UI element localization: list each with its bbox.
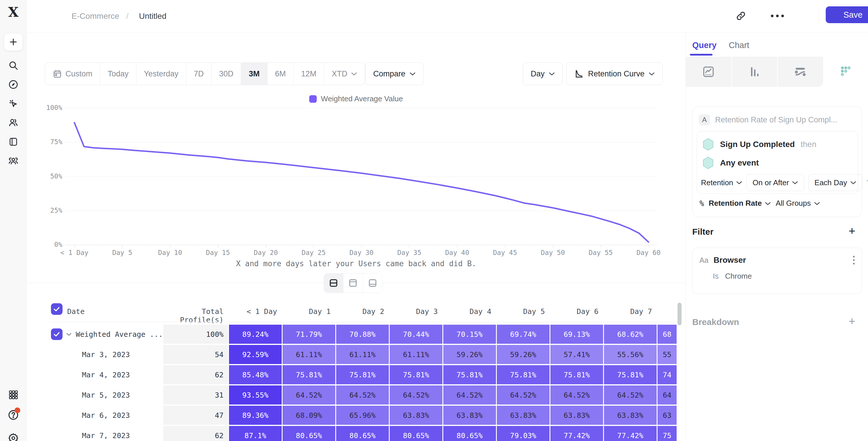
range-custom[interactable]: Custom bbox=[45, 63, 100, 85]
filter-value[interactable]: Chrome bbox=[725, 272, 752, 281]
cursor-click-icon[interactable] bbox=[0, 95, 27, 112]
retention-cell[interactable]: 75.81% bbox=[336, 365, 389, 384]
tile-retention-selected[interactable] bbox=[823, 57, 868, 87]
event2-label[interactable]: Any event bbox=[720, 158, 759, 167]
tab-query[interactable]: Query bbox=[692, 40, 717, 50]
range-3m[interactable]: 3M bbox=[241, 63, 268, 85]
date-cell[interactable]: Mar 3, 2023 bbox=[49, 345, 162, 364]
retention-cell[interactable]: 63.83% bbox=[390, 406, 442, 425]
retention-cell[interactable]: 64.52% bbox=[443, 385, 496, 405]
filter-operator[interactable]: Is bbox=[713, 272, 719, 281]
retention-cell[interactable]: 68 bbox=[657, 325, 677, 344]
retention-cell[interactable]: 64.52% bbox=[283, 385, 335, 405]
retention-cell[interactable]: 85.48% bbox=[229, 365, 282, 384]
date-cell[interactable]: Mar 4, 2023 bbox=[49, 365, 162, 384]
retention-cell[interactable]: 69.13% bbox=[550, 325, 603, 344]
retention-cell[interactable]: 80.65% bbox=[283, 426, 335, 441]
retention-cell[interactable]: 77.42% bbox=[604, 426, 657, 441]
total-profiles-cell[interactable]: 100% bbox=[163, 325, 228, 344]
notebook-icon[interactable] bbox=[0, 134, 27, 150]
retention-cell[interactable]: 75.81% bbox=[443, 365, 496, 384]
expand-chevron-icon[interactable] bbox=[66, 333, 72, 336]
retention-cell[interactable]: 75.81% bbox=[497, 365, 550, 384]
retention-cell[interactable]: 70.88% bbox=[336, 325, 389, 344]
event1-label[interactable]: Sign Up Completed bbox=[720, 140, 795, 149]
retention-cell[interactable]: 64 bbox=[657, 385, 677, 405]
tile-bar-chart[interactable] bbox=[732, 57, 778, 87]
compare-dropdown[interactable]: Compare bbox=[365, 63, 424, 85]
filter-card[interactable]: Aa Browser Is Chrome bbox=[692, 248, 862, 294]
range-30d[interactable]: 30D bbox=[212, 63, 242, 85]
filter-kebab-menu-icon[interactable] bbox=[853, 256, 855, 264]
vertical-scrollbar-thumb[interactable] bbox=[678, 303, 682, 325]
range-7d[interactable]: 7D bbox=[186, 63, 212, 85]
tab-chart[interactable]: Chart bbox=[729, 40, 749, 50]
cohort-group-icon[interactable] bbox=[0, 153, 27, 169]
add-breakdown-button[interactable]: + bbox=[848, 315, 855, 327]
users-icon[interactable] bbox=[0, 115, 27, 131]
total-profiles-cell[interactable]: 47 bbox=[163, 406, 228, 425]
date-cell[interactable]: Mar 7, 2023 bbox=[49, 426, 162, 441]
retention-cell[interactable]: 68.09% bbox=[283, 406, 335, 425]
retention-cell[interactable]: 63.83% bbox=[443, 406, 496, 425]
retention-cell[interactable]: 79.03% bbox=[497, 426, 550, 441]
retention-mode-dropdown[interactable]: Retention bbox=[701, 178, 742, 187]
retention-cell[interactable]: 77.42% bbox=[550, 426, 603, 441]
retention-cell[interactable]: 61.11% bbox=[390, 345, 442, 364]
layout-chart-only-button[interactable] bbox=[343, 274, 363, 292]
retention-cell[interactable]: 80.65% bbox=[390, 426, 442, 441]
add-filter-button[interactable]: + bbox=[848, 225, 855, 237]
search-icon[interactable] bbox=[0, 57, 27, 73]
retention-cell[interactable]: 87.1% bbox=[229, 426, 282, 441]
select-all-checkbox[interactable] bbox=[51, 303, 63, 315]
range-xtd[interactable]: XTD bbox=[324, 63, 365, 85]
filter-property-label[interactable]: Browser bbox=[714, 255, 746, 265]
retention-cell[interactable]: 61.11% bbox=[283, 345, 335, 364]
total-profiles-cell[interactable]: 54 bbox=[163, 345, 228, 364]
retention-cell[interactable]: 75 bbox=[657, 426, 677, 441]
tile-flow-chart[interactable] bbox=[778, 57, 823, 87]
new-report-button[interactable] bbox=[4, 33, 23, 51]
retention-cell[interactable]: 89.36% bbox=[229, 406, 282, 425]
retention-cell[interactable]: 70.15% bbox=[443, 325, 496, 344]
date-cell[interactable]: Mar 6, 2023 bbox=[49, 406, 162, 425]
retention-cell[interactable]: 93.55% bbox=[229, 385, 282, 405]
each-day-dropdown[interactable]: Each Day bbox=[808, 174, 863, 191]
range-12m[interactable]: 12M bbox=[293, 63, 324, 85]
retention-cell[interactable]: 57.41% bbox=[550, 345, 603, 364]
retention-cell[interactable]: 64.52% bbox=[390, 385, 442, 405]
retention-cell[interactable]: 71.79% bbox=[283, 325, 335, 344]
retention-cell[interactable]: 64.52% bbox=[336, 385, 389, 405]
tile-line-chart[interactable] bbox=[686, 57, 732, 87]
retention-cell[interactable]: 75.81% bbox=[604, 365, 657, 384]
layout-table-only-button[interactable] bbox=[363, 274, 382, 292]
retention-cell[interactable]: 59.26% bbox=[443, 345, 496, 364]
layout-split-button[interactable] bbox=[324, 274, 343, 292]
retention-cell[interactable]: 74 bbox=[657, 365, 677, 384]
date-cell[interactable]: Weighted Average ... bbox=[49, 325, 162, 344]
retention-cell[interactable]: 55 bbox=[657, 345, 677, 364]
query-title-input[interactable]: Retention Rate of Sign Up Compl... bbox=[715, 116, 837, 124]
save-button[interactable]: Save bbox=[826, 6, 868, 23]
retention-cell[interactable]: 69.74% bbox=[497, 325, 550, 344]
retention-cell[interactable]: 63.83% bbox=[604, 406, 657, 425]
retention-cell[interactable]: 63.83% bbox=[497, 406, 550, 425]
measure-dropdown[interactable]: Retention Rate bbox=[709, 199, 771, 208]
retention-cell[interactable]: 64.52% bbox=[497, 385, 550, 405]
range-6m[interactable]: 6M bbox=[268, 63, 294, 85]
retention-cell[interactable]: 80.65% bbox=[336, 426, 389, 441]
total-profiles-cell[interactable]: 62 bbox=[163, 365, 228, 384]
retention-cell[interactable]: 75.81% bbox=[283, 365, 335, 384]
row-checkbox[interactable] bbox=[51, 328, 63, 340]
chart-type-dropdown[interactable]: Retention Curve bbox=[566, 63, 663, 85]
range-yesterday[interactable]: Yesterday bbox=[136, 63, 186, 85]
retention-cell[interactable]: 65.96% bbox=[336, 406, 389, 425]
retention-cell[interactable]: 59.26% bbox=[497, 345, 550, 364]
retention-cell[interactable]: 92.59% bbox=[229, 345, 282, 364]
compass-icon[interactable] bbox=[0, 76, 27, 93]
retention-cell[interactable]: 75.81% bbox=[550, 365, 603, 384]
total-profiles-cell[interactable]: 31 bbox=[163, 385, 228, 405]
legend-label[interactable]: Weighted Average Value bbox=[321, 94, 403, 103]
retention-cell[interactable]: 70.44% bbox=[390, 325, 442, 344]
retention-cell[interactable]: 55.56% bbox=[604, 345, 657, 364]
